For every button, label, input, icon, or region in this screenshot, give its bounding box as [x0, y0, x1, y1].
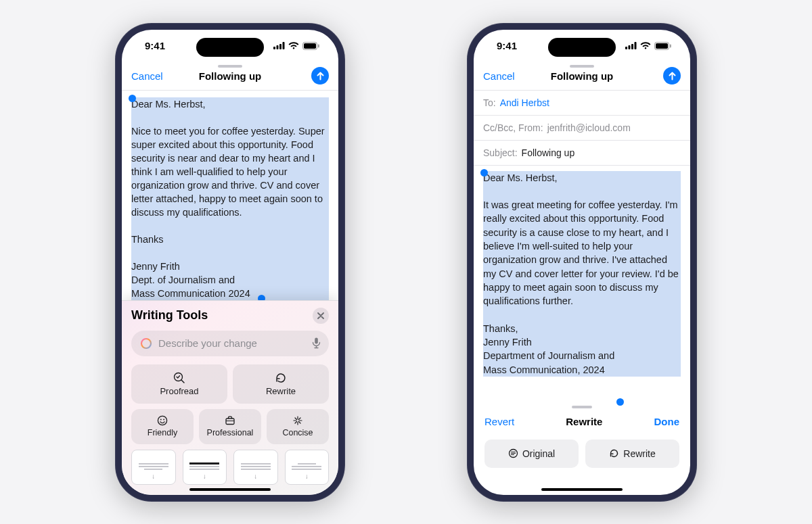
email-body-selected[interactable]: Dear Ms. Herbst, It was great meeting fo…: [483, 171, 681, 377]
battery-icon: [654, 42, 671, 50]
status-icons: [273, 42, 319, 50]
rewrite-again-button[interactable]: Rewrite: [585, 439, 679, 468]
concise-button[interactable]: Concise: [267, 409, 329, 444]
svg-rect-17: [635, 42, 637, 49]
rewrite-icon: [275, 372, 287, 384]
subject-label: Subject:: [483, 147, 518, 158]
phone-right: 9:41 Cancel Following up To: Andi Herbst…: [467, 23, 697, 502]
input-placeholder: Describe your change: [158, 337, 307, 349]
selection-handle-start[interactable]: [129, 95, 136, 102]
svg-point-10: [158, 416, 166, 425]
proofread-button[interactable]: Proofread: [131, 364, 227, 404]
arrow-up-icon: [668, 72, 677, 80]
ccbcc-value: jenfrith@icloud.com: [547, 122, 631, 133]
subject-field[interactable]: Subject: Following up: [474, 141, 690, 166]
svg-rect-13: [226, 419, 234, 425]
send-button[interactable]: [311, 67, 329, 85]
rewrite-icon: [609, 448, 619, 458]
rewrite-again-label: Rewrite: [623, 448, 655, 459]
nav-title: Following up: [551, 70, 613, 82]
svg-rect-15: [629, 45, 631, 49]
ccbcc-label: Cc/Bcc, From:: [483, 122, 543, 133]
lines-icon: [508, 448, 518, 458]
arrow-up-icon: [316, 72, 325, 80]
wifi-icon: [288, 42, 299, 49]
svg-rect-20: [670, 44, 671, 47]
svg-rect-16: [631, 44, 633, 49]
mic-icon[interactable]: [312, 337, 321, 349]
revert-button[interactable]: Revert: [484, 416, 514, 427]
svg-rect-0: [273, 47, 275, 49]
subject-value: Following up: [522, 147, 575, 158]
wifi-icon: [640, 42, 651, 49]
magnify-check-icon: [173, 372, 185, 384]
writing-tools-panel: Writing Tools Describe your change: [122, 300, 338, 495]
rewrite-footer: Revert Rewrite Done Original Rewrite: [474, 403, 690, 495]
to-value: Andi Herbst: [500, 97, 549, 108]
selection-handle-start[interactable]: [480, 169, 488, 176]
to-field[interactable]: To: Andi Herbst: [474, 91, 690, 116]
svg-rect-2: [279, 44, 281, 49]
apple-intelligence-icon: [139, 337, 153, 350]
status-time: 9:41: [145, 40, 165, 51]
send-button[interactable]: [663, 67, 681, 85]
svg-rect-14: [625, 47, 627, 49]
format-options: ↓ ↓ ↓ ↓: [131, 450, 329, 485]
svg-point-12: [163, 419, 164, 421]
battery-icon: [302, 42, 319, 50]
cellular-icon: [273, 42, 285, 49]
format-thumb-2[interactable]: ↓: [183, 450, 227, 485]
home-indicator[interactable]: [541, 488, 623, 491]
rewrite-label: Rewrite: [266, 386, 296, 396]
format-thumb-3[interactable]: ↓: [233, 450, 278, 485]
cancel-button[interactable]: Cancel: [131, 70, 163, 82]
sheet-grabber[interactable]: [218, 65, 242, 68]
friendly-button[interactable]: Friendly: [131, 409, 194, 444]
professional-label: Professional: [207, 428, 254, 437]
selection-handle-end[interactable]: [616, 398, 624, 406]
sheet-grabber[interactable]: [570, 65, 594, 68]
dynamic-island: [548, 38, 616, 57]
svg-rect-8: [315, 338, 318, 344]
svg-rect-3: [283, 42, 285, 49]
nav-title: Following up: [199, 70, 261, 82]
close-button[interactable]: [313, 308, 329, 324]
svg-rect-6: [318, 44, 319, 47]
svg-point-7: [141, 339, 151, 348]
proofread-label: Proofread: [160, 386, 198, 396]
professional-button[interactable]: Professional: [199, 409, 261, 444]
friendly-label: Friendly: [148, 428, 177, 437]
cancel-button[interactable]: Cancel: [483, 70, 515, 82]
rewrite-button[interactable]: Rewrite: [233, 364, 329, 404]
close-icon: [317, 312, 324, 319]
format-thumb-1[interactable]: ↓: [131, 450, 176, 485]
status-icons: [625, 42, 671, 50]
compose-nav-bar: Cancel Following up: [122, 62, 338, 91]
writing-tools-title: Writing Tools: [131, 308, 208, 323]
original-button[interactable]: Original: [484, 439, 579, 468]
svg-rect-19: [656, 43, 668, 49]
compose-nav-bar: Cancel Following up: [474, 62, 690, 91]
footer-grabber[interactable]: [572, 406, 592, 408]
footer-title: Rewrite: [566, 416, 602, 427]
cellular-icon: [625, 42, 637, 49]
to-label: To:: [483, 97, 496, 108]
concise-icon: [292, 415, 303, 426]
email-body-selected[interactable]: Dear Ms. Herbst, Nice to meet you for co…: [131, 97, 329, 300]
svg-point-11: [160, 419, 162, 421]
original-label: Original: [522, 448, 555, 459]
briefcase-icon: [225, 415, 235, 426]
concise-label: Concise: [282, 428, 313, 437]
done-button[interactable]: Done: [654, 416, 680, 427]
svg-rect-5: [304, 43, 316, 49]
smile-icon: [157, 415, 168, 426]
describe-change-input[interactable]: Describe your change: [131, 331, 329, 356]
format-thumb-4[interactable]: ↓: [285, 450, 330, 485]
ccbcc-field[interactable]: Cc/Bcc, From: jenfrith@icloud.com: [474, 116, 690, 141]
home-indicator[interactable]: [189, 488, 271, 491]
svg-rect-1: [277, 45, 279, 49]
phone-left: 9:41 Cancel Following up Dear Ms. Herbst…: [115, 23, 345, 502]
dynamic-island: [196, 38, 264, 57]
status-time: 9:41: [497, 40, 517, 51]
